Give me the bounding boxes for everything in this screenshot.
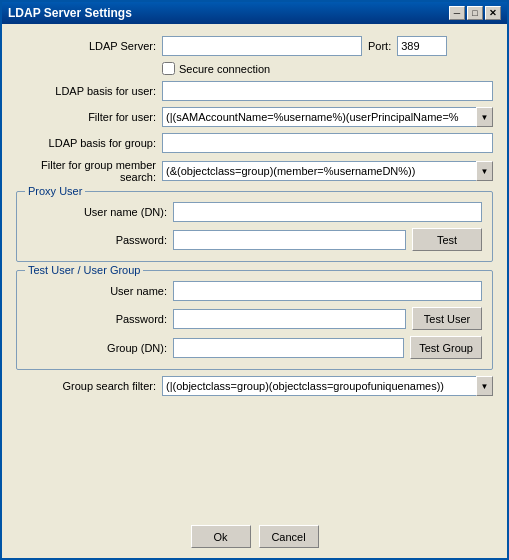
test-username-input[interactable] [173, 281, 482, 301]
minimize-button[interactable]: ─ [449, 6, 465, 20]
maximize-button[interactable]: □ [467, 6, 483, 20]
footer-row: Ok Cancel [2, 517, 507, 558]
ldap-settings-window: LDAP Server Settings ─ □ ✕ LDAP Server: … [0, 0, 509, 560]
form-content: LDAP Server: Port: Secure connection LDA… [2, 24, 507, 517]
test-username-row: User name: [27, 281, 482, 301]
proxy-user-content: User name (DN): Password: Test [27, 202, 482, 251]
filter-group-label: Filter for group member search: [16, 159, 156, 183]
secure-connection-row: Secure connection [162, 62, 493, 75]
ldap-basis-group-label: LDAP basis for group: [16, 137, 156, 149]
proxy-username-row: User name (DN): [27, 202, 482, 222]
ldap-server-row: LDAP Server: Port: [16, 36, 493, 56]
test-user-section: Test User / User Group User name: Passwo… [16, 270, 493, 370]
group-search-dropdown: ▼ [162, 376, 493, 396]
filter-user-input[interactable] [162, 107, 493, 127]
filter-group-dropdown: ▼ [162, 161, 493, 181]
port-input[interactable] [397, 36, 447, 56]
test-group-row: Group (DN): Test Group [27, 336, 482, 359]
ldap-basis-user-row: LDAP basis for user: [16, 81, 493, 101]
proxy-password-label: Password: [27, 234, 167, 246]
proxy-user-section: Proxy User User name (DN): Password: Tes… [16, 191, 493, 262]
filter-group-row: Filter for group member search: ▼ [16, 159, 493, 183]
group-search-input[interactable] [162, 376, 493, 396]
proxy-password-input[interactable] [173, 230, 406, 250]
group-search-label: Group search filter: [16, 380, 156, 392]
group-search-arrow[interactable]: ▼ [476, 376, 493, 396]
proxy-password-row: Password: Test [27, 228, 482, 251]
test-user-content: User name: Password: Test User Group (DN… [27, 281, 482, 359]
filter-user-dropdown: ▼ [162, 107, 493, 127]
cancel-button[interactable]: Cancel [259, 525, 319, 548]
filter-user-row: Filter for user: ▼ [16, 107, 493, 127]
ldap-basis-user-input[interactable] [162, 81, 493, 101]
group-search-row: Group search filter: ▼ [16, 376, 493, 396]
proxy-test-button[interactable]: Test [412, 228, 482, 251]
secure-connection-label: Secure connection [179, 63, 270, 75]
ldap-server-input[interactable] [162, 36, 362, 56]
test-group-button[interactable]: Test Group [410, 336, 482, 359]
filter-group-arrow[interactable]: ▼ [476, 161, 493, 181]
test-password-row: Password: Test User [27, 307, 482, 330]
test-group-label: Group (DN): [27, 342, 167, 354]
port-label: Port: [368, 40, 391, 52]
ldap-basis-group-row: LDAP basis for group: [16, 133, 493, 153]
close-button[interactable]: ✕ [485, 6, 501, 20]
secure-connection-checkbox[interactable] [162, 62, 175, 75]
ldap-server-label: LDAP Server: [16, 40, 156, 52]
test-user-button[interactable]: Test User [412, 307, 482, 330]
test-username-label: User name: [27, 285, 167, 297]
proxy-user-title: Proxy User [25, 185, 85, 197]
test-password-label: Password: [27, 313, 167, 325]
proxy-username-label: User name (DN): [27, 206, 167, 218]
ok-button[interactable]: Ok [191, 525, 251, 548]
ldap-basis-user-label: LDAP basis for user: [16, 85, 156, 97]
test-password-input[interactable] [173, 309, 406, 329]
filter-user-arrow[interactable]: ▼ [476, 107, 493, 127]
ldap-basis-group-input[interactable] [162, 133, 493, 153]
title-bar-controls: ─ □ ✕ [449, 6, 501, 20]
filter-user-label: Filter for user: [16, 111, 156, 123]
filter-group-input[interactable] [162, 161, 493, 181]
test-group-input[interactable] [173, 338, 404, 358]
title-bar: LDAP Server Settings ─ □ ✕ [2, 2, 507, 24]
window-title: LDAP Server Settings [8, 6, 132, 20]
test-user-title: Test User / User Group [25, 264, 143, 276]
proxy-username-input[interactable] [173, 202, 482, 222]
